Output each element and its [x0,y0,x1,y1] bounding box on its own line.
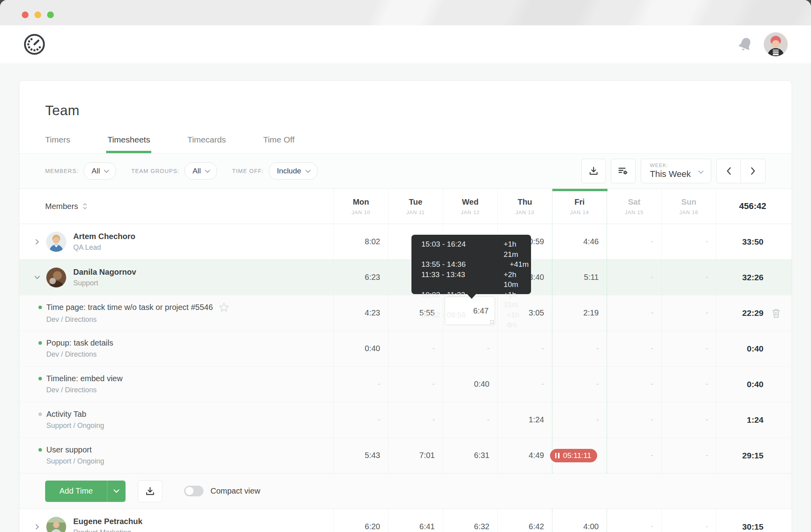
time-cell[interactable]: - [552,402,607,437]
time-cell[interactable]: - [607,438,661,473]
time-cell[interactable]: 0:40 [443,367,497,402]
task-title[interactable]: User support [46,445,92,454]
chevron-left-icon [726,167,731,175]
member-role: Support [73,279,136,287]
time-cell[interactable]: 2:19 [552,295,607,331]
task-project: Dev / Directions [46,315,229,324]
time-cell[interactable]: 4:23 [333,295,388,331]
chevron-down-icon [305,169,311,173]
week-pager [716,159,765,183]
task-title[interactable]: Activity Tab [46,410,86,419]
app-logo-icon[interactable] [23,33,46,56]
tab-time-off[interactable]: Time Off [263,135,294,153]
member-row[interactable]: Artem Chechoro QA Lead 8:02 0:59 4:46 - … [19,224,792,259]
time-cell[interactable]: 5:11 [552,260,607,295]
time-cell[interactable]: 5:43 [333,438,388,473]
time-cell[interactable]: 6:41 [388,509,443,532]
time-cell[interactable]: 6:42 [497,509,552,532]
time-cell[interactable]: - [607,224,661,259]
running-timer-badge[interactable]: 05:11:11 [550,449,597,462]
add-time-menu-button[interactable] [107,481,126,502]
members-column-header[interactable]: Members [19,189,333,224]
tab-timesheets[interactable]: Timesheets [107,135,150,153]
day-header-tue: TueJAN 11 [388,189,443,224]
collapse-chevron-down-icon[interactable] [34,274,40,281]
task-title[interactable]: Time page: track time w/o task or projec… [46,303,213,312]
time-cell[interactable]: 4:46 [552,224,607,259]
tab-timers[interactable]: Timers [45,135,70,153]
time-cell[interactable]: - [607,509,661,532]
tooltip-entry: 08:52 - 09:56+1h 4m [421,310,531,330]
time-cell[interactable]: - [661,438,716,473]
time-cell[interactable]: - [388,402,443,437]
time-cell[interactable]: 8:02 [333,224,388,259]
tooltip-entry: 10:02 - 11:33+1h 31m [421,290,531,310]
time-cell[interactable]: 6:31 [443,438,497,473]
time-cell[interactable]: - [661,295,716,331]
time-cell[interactable]: - [661,402,716,437]
expand-chevron-right-icon[interactable] [34,524,40,530]
pause-icon [555,453,560,458]
time-cell[interactable]: - [388,331,443,366]
time-cell[interactable]: 0:40 [333,331,388,366]
time-cell[interactable]: 6:23 [333,260,388,295]
day-header-sun: SunJAN 16 [661,189,716,224]
time-cell[interactable]: - [661,224,716,259]
tab-timecards[interactable]: Timecards [187,135,226,153]
compact-view-toggle[interactable] [184,486,204,496]
zoom-window-button[interactable] [47,11,54,18]
time-cell[interactable]: - [661,331,716,366]
minimize-window-button[interactable] [34,11,41,18]
time-cell[interactable]: 6:20 [333,509,388,532]
member-cell: Eugene Petrachuk Product Marketing [19,509,333,532]
star-icon[interactable] [219,302,229,313]
notifications-bell-icon[interactable] [735,34,756,55]
time-cell[interactable]: - [497,331,552,366]
time-cell[interactable]: - [443,402,497,437]
next-week-button[interactable] [741,159,765,183]
time-cell[interactable]: - [333,402,388,437]
export-timesheet-button[interactable] [138,480,162,502]
time-cell[interactable]: - [607,260,661,295]
time-cell[interactable]: - [607,367,661,402]
chevron-down-icon [104,169,109,173]
member-row[interactable]: Eugene Petrachuk Product Marketing 6:20 … [19,509,792,532]
time-cell[interactable]: - [661,509,716,532]
row-total: 33:50 [716,224,792,259]
time-cell[interactable]: - [661,367,716,402]
week-selector-dropdown[interactable]: WEEK: This Week [641,159,711,183]
time-cell[interactable]: 7:01 [388,438,443,473]
add-time-button[interactable]: Add Time [45,481,107,502]
member-row[interactable]: Danila Nagornov Support 6:23 3:40 5:11 -… [19,259,792,295]
column-settings-button[interactable] [611,159,636,183]
time-cell[interactable]: - [333,367,388,402]
time-cell[interactable]: - [552,331,607,366]
time-cell[interactable]: 1:24 [497,402,552,437]
expand-chevron-right-icon[interactable] [34,239,40,245]
task-project: Dev / Directions [46,350,113,359]
time-cell[interactable]: - [497,367,552,402]
export-button[interactable] [581,159,606,183]
time-cell[interactable]: - [552,367,607,402]
user-avatar[interactable] [763,32,788,57]
time-cell[interactable]: - [607,402,661,437]
time-cell[interactable]: 6:32 [443,509,497,532]
task-title[interactable]: Popup: task details [46,338,113,348]
time-cell[interactable]: 4:00 [552,509,607,532]
time-off-filter-dropdown[interactable]: Include [269,162,317,180]
time-cell[interactable]: - [661,260,716,295]
delete-row-icon[interactable] [771,308,781,319]
members-filter-dropdown[interactable]: All [84,162,116,180]
time-cell[interactable]: - [607,295,661,331]
time-cell[interactable]: - [443,331,497,366]
window-title-bar [0,0,811,25]
time-cell[interactable]: - [607,331,661,366]
team-groups-filter-dropdown[interactable]: All [185,162,217,180]
time-cell[interactable]: - [388,367,443,402]
time-cell[interactable]: 4:49 [497,438,552,473]
team-groups-filter-value: All [192,167,201,175]
close-window-button[interactable] [22,11,29,18]
previous-week-button[interactable] [716,159,741,183]
task-title[interactable]: Timeline: embed view [46,374,123,383]
member-info: Danila Nagornov Support [73,268,136,287]
